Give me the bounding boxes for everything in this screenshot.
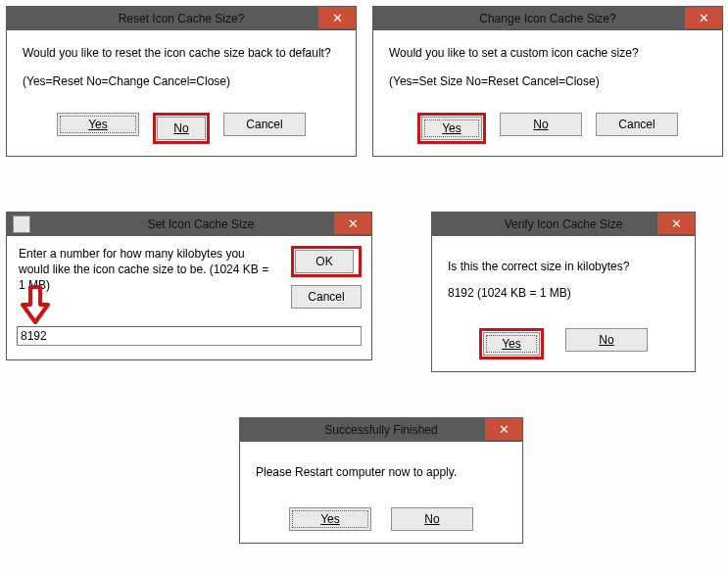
titlebar: Reset Icon Cache Size? ✕: [7, 7, 356, 30]
verify-dialog: Verify Icon Cache Size ✕ Is this the cor…: [431, 212, 696, 372]
no-button[interactable]: No: [565, 328, 648, 352]
close-icon: ✕: [332, 12, 343, 24]
set-dialog: Set Icon Cache Size ✕ Enter a number for…: [6, 212, 372, 360]
message-line1: Please Restart computer now to apply.: [256, 463, 507, 482]
highlight-no: No: [153, 113, 210, 144]
title-text: Successfully Finished: [240, 423, 522, 437]
title-text: Change Icon Cache Size?: [373, 12, 722, 25]
close-icon: ✕: [499, 423, 510, 436]
close-button[interactable]: ✕: [485, 418, 522, 440]
button-row: Yes No Cancel: [373, 107, 722, 156]
highlight-ok: OK: [291, 246, 362, 277]
close-button[interactable]: ✕: [685, 7, 722, 28]
titlebar: Successfully Finished ✕: [240, 418, 522, 442]
close-icon: ✕: [671, 217, 682, 230]
ok-button[interactable]: OK: [295, 250, 354, 273]
titlebar: Set Icon Cache Size ✕: [7, 213, 371, 236]
yes-button[interactable]: Yes: [57, 113, 139, 136]
message-line1: Would you like to set a custom icon cach…: [389, 44, 706, 63]
dialog-body: Would you like to set a custom icon cach…: [373, 30, 722, 107]
titlebar: Change Icon Cache Size? ✕: [373, 7, 722, 30]
title-text: Set Icon Cache Size: [30, 217, 371, 231]
message-line2: (Yes=Reset No=Change Cancel=Close): [23, 72, 340, 91]
no-button[interactable]: No: [391, 507, 473, 531]
change-dialog: Change Icon Cache Size? ✕ Would you like…: [372, 6, 723, 157]
close-button[interactable]: ✕: [318, 7, 356, 28]
dialog-body: Enter a number for how many kilobytes yo…: [7, 236, 371, 356]
titlebar: Verify Icon Cache Size ✕: [432, 213, 695, 236]
close-button[interactable]: ✕: [657, 213, 695, 234]
dialog-body: Please Restart computer now to apply.: [240, 442, 522, 496]
button-row: Yes No: [240, 496, 522, 543]
message-line1: Would you like to reset the icon cache s…: [23, 44, 340, 63]
dialog-body: Would you like to reset the icon cache s…: [7, 30, 356, 107]
finished-dialog: Successfully Finished ✕ Please Restart c…: [239, 417, 523, 544]
highlight-yes: Yes: [417, 113, 486, 144]
close-icon: ✕: [348, 217, 359, 230]
title-text: Verify Icon Cache Size: [432, 217, 695, 231]
highlight-yes: Yes: [479, 328, 544, 359]
message-line1: Enter a number for how many kilobytes yo…: [19, 246, 273, 294]
cancel-button[interactable]: Cancel: [596, 113, 678, 136]
cancel-button[interactable]: Cancel: [291, 285, 362, 309]
yes-button[interactable]: Yes: [421, 117, 482, 140]
close-icon: ✕: [699, 12, 709, 24]
size-input[interactable]: [17, 326, 362, 346]
yes-button[interactable]: Yes: [483, 332, 540, 356]
system-icon: [13, 215, 30, 233]
message-line2: (Yes=Set Size No=Reset Cancel=Close): [389, 72, 706, 91]
message-line2: 8192 (1024 KB = 1 MB): [448, 284, 679, 303]
button-column: OK Cancel: [291, 246, 362, 309]
reset-dialog: Reset Icon Cache Size? ✕ Would you like …: [6, 6, 357, 157]
arrow-icon: [21, 285, 50, 324]
title-text: Reset Icon Cache Size?: [7, 12, 356, 25]
dialog-body: Is this the correct size in kilobytes? 8…: [432, 236, 695, 314]
yes-button[interactable]: Yes: [289, 507, 371, 531]
no-button[interactable]: No: [157, 117, 206, 140]
cancel-button[interactable]: Cancel: [223, 113, 306, 136]
input-wrap: [17, 326, 362, 346]
no-button[interactable]: No: [500, 113, 582, 136]
button-row: Yes No Cancel: [7, 107, 356, 156]
button-row: Yes No: [432, 314, 695, 371]
message-line1: Is this the correct size in kilobytes?: [448, 258, 679, 276]
close-button[interactable]: ✕: [334, 213, 371, 234]
